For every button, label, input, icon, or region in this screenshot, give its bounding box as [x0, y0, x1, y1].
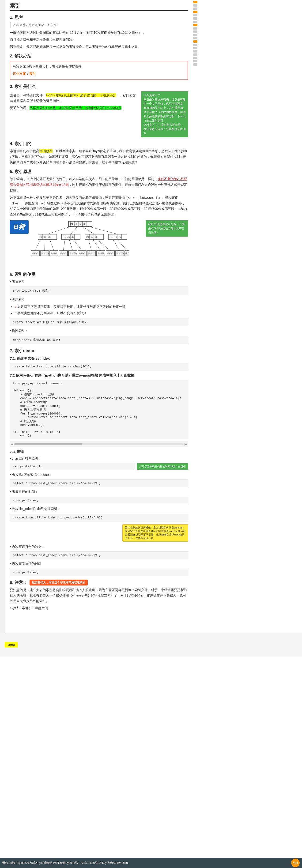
mark-bar-16[interactable]: [193, 50, 198, 53]
svg-line-42: [88, 226, 118, 234]
section-3-content: 索引是一种特殊的文件（InnoDB数据表上的索引是表空间的一个组成部分），它们包…: [10, 91, 188, 137]
svg-text:数据行2: 数据行2: [70, 252, 77, 255]
btree-svg: P1 20 40 60 80: [31, 220, 129, 267]
mark-bar-5[interactable]: [193, 14, 198, 17]
mark-bar-14[interactable]: [193, 43, 198, 46]
svg-text:35: 35: [71, 236, 74, 238]
svg-text:数据行3: 数据行3: [107, 252, 115, 255]
section-2: 2. 解决办法 当数据库中数据量很大时，查找数据会变得很慢 优化方案：索引: [10, 53, 188, 80]
mark-bar-13[interactable]: [193, 40, 198, 43]
code-show-index[interactable]: show index from 表名;: [10, 286, 188, 295]
bottom-bar: shou: [0, 633, 302, 656]
mark-bar-9[interactable]: [193, 27, 198, 30]
mark-bar-4[interactable]: [193, 11, 198, 13]
code-show-profiles-2[interactable]: show profiles;: [10, 568, 188, 576]
scroll-right-btn[interactable]: ▶: [184, 442, 187, 446]
svg-line-71: [88, 239, 91, 251]
btree-label: B树: [10, 220, 29, 234]
section-6-create-notes: ○ 如果指定字段是字符串，需要指定长度，建议长度与定义字段时的长度一致 ○ 字段…: [14, 304, 188, 316]
code-create-title-index[interactable]: create index title_index on test_index(t…: [10, 514, 188, 522]
section-4: 4. 索引目的 索引的目的在于提高查询效率，可以类比字典，如果要查"mysql"…: [10, 141, 188, 165]
show-time-label: • 查看执行的时间：: [10, 489, 188, 495]
code-show-profiles-1[interactable]: show profiles;: [10, 497, 188, 504]
left-sidebar: [0, 0, 5, 633]
svg-text:55: 55: [95, 236, 98, 238]
btree-image: P1 20 40 60 80: [31, 220, 144, 268]
mark-bar-11[interactable]: [193, 34, 198, 36]
svg-text:磁盘块: 磁盘块: [125, 252, 129, 255]
section-1-quote: 在图书馆中是如何找到一本书的？: [10, 22, 188, 28]
code-set-profiling[interactable]: set profiling=1;: [10, 463, 135, 470]
code-drop-index[interactable]: drop index 索引名称 on 表名;: [10, 336, 188, 344]
mark-bar-20[interactable]: [193, 63, 198, 66]
mark-bar-17[interactable]: [193, 54, 198, 56]
section-5-para1: 除了词典，生活中随处可见索引的例子，如火车站的车次表、图书的目录等，它们的原理都…: [10, 176, 188, 193]
mark-bar-3[interactable]: [193, 7, 198, 10]
mark-bar-19[interactable]: [193, 60, 198, 62]
section-8-header-row: 8. 注意： 数据量很大，而且这个字段经常用就建索引: [10, 580, 188, 586]
profiling-tip: 开启了普系统有储存的时间和统计信息框: [137, 463, 188, 470]
section-3: 3. 索引是什么 索引是一种特殊的文件（InnoDB数据表上的索引是表空间的一个…: [10, 84, 188, 137]
code-select-1[interactable]: select * from test_index where title='ha…: [10, 479, 188, 487]
section-8: 8. 注意： 数据量很大，而且这个字段经常用就建索引 要注意的是，建立太多的索引…: [10, 580, 188, 611]
underline-narrow: 通过不断的缩小想要获得数据的范围来筛选出最终想要的结果: [10, 177, 187, 186]
svg-text:10: 10: [44, 236, 47, 238]
svg-line-66: [44, 239, 45, 251]
svg-line-65: [35, 239, 40, 251]
main-content: 索引 1. 思考 在图书馆中是如何找到一本书的？ 一般的应用系统对比数据库的查写…: [5, 0, 193, 633]
section-1-heading: 1. 思考: [10, 14, 188, 20]
btree-tip: 程序内部是用这当分的，只要是总求求呢的地方是因为B结当当的～: [146, 220, 188, 237]
mark-bar-15[interactable]: [193, 47, 198, 49]
svg-text:50: 50: [91, 236, 94, 238]
section-6-drop-label: • 删除索引：: [10, 328, 188, 334]
mark-bar-10[interactable]: [193, 30, 198, 33]
section-8-para2: • 小结：索引引占磁盘空间: [10, 606, 188, 611]
section-3-heading: 3. 索引是什么: [10, 84, 188, 89]
profiling-row: set profiling=1; 开启了普系统有储存的时间和统计信息框: [10, 463, 188, 470]
page-container: 索引 1. 思考 在图书馆中是如何找到一本书的？ 一般的应用系统对比数据库的查写…: [0, 0, 302, 633]
section-3-para2: 更通俗的说，数据库索引好比是一本书前面的目录，能加快数据库的查询速度。: [10, 105, 139, 111]
mark-bar-8[interactable]: [193, 24, 198, 26]
highlight-query-eff: 查询效率: [39, 149, 53, 153]
highlight-index-def: 数据库索引好比是一本书前面的目录，能加快数据库的查询速度: [30, 106, 121, 110]
section-4-heading: 4. 索引目的: [10, 141, 188, 147]
svg-text:数据行2: 数据行2: [98, 252, 105, 255]
mark-bar-7[interactable]: [193, 21, 198, 23]
scrollbar-track[interactable]: [14, 443, 184, 445]
section-7-heading: 7. 索引demo: [10, 348, 188, 353]
svg-line-70: [73, 239, 82, 251]
code-create-table[interactable]: create table test_index(title varchar(10…: [10, 363, 188, 370]
code-python[interactable]: from pymysql import connect def main(): …: [10, 380, 188, 439]
index-tip-box: 因为在创建索引的时候，定义类型的时候是varchar,而且定义长度是比较长10人…: [122, 524, 188, 541]
scrollbar-thumb[interactable]: [14, 443, 82, 445]
scroll-left-btn[interactable]: ◀: [11, 442, 13, 446]
code-select-2[interactable]: select * from test_index where title='ha…: [10, 552, 188, 559]
mark-bar-6[interactable]: [193, 17, 198, 20]
mark-bar-12[interactable]: [193, 37, 198, 39]
right-marks-list: [193, 0, 200, 67]
section-73-heading: 7.3. 查询: [10, 450, 188, 454]
svg-text:60: 60: [80, 223, 82, 225]
mark-bar-1[interactable]: [193, 1, 198, 3]
section-2-solution: 优化方案：索引: [13, 71, 185, 77]
svg-line-72: [93, 239, 101, 251]
mark-bar-18[interactable]: [193, 57, 198, 59]
mark-bar-2[interactable]: [193, 4, 198, 6]
right-marks-bar: [193, 0, 200, 633]
section-7: 7. 索引demo 7.1. 创建测试表testindex create tab…: [10, 348, 188, 576]
code-create-index[interactable]: create index 索引名称 on 表名(字段名称(长度)): [10, 318, 188, 327]
section-6: 6. 索引的使用 • 查看索引 show index from 表名; • 创建…: [10, 272, 188, 344]
svg-text:20: 20: [71, 223, 74, 225]
svg-text:30: 30: [67, 236, 70, 238]
section-3-tip: 什么是索引？ 索引是对数据库结构，可以是有建在一个文字里边，也可以有建立inno…: [141, 91, 188, 137]
svg-line-73: [97, 239, 110, 251]
svg-text:数据行1: 数据行1: [88, 252, 96, 255]
section-6-heading: 6. 索引的使用: [10, 272, 188, 277]
note-2: ○ 字段类型如果不是字符串，可以不填写长度部分: [14, 310, 188, 316]
re-show-time-label: • 再次查看执行的时间: [10, 561, 188, 567]
re-find-label: • 再次查询符合的数据：: [10, 544, 188, 550]
note-1: ○ 如果指定字段是字符串，需要指定长度，建议长度与定义字段时的长度一致: [14, 304, 188, 310]
svg-text:P1: P1: [110, 236, 113, 238]
section-1-para2: 而且插入操作和更新操作很少出现性能问题，: [10, 37, 188, 43]
find-label: • 查找第1万条数据ha-99999: [10, 472, 188, 478]
